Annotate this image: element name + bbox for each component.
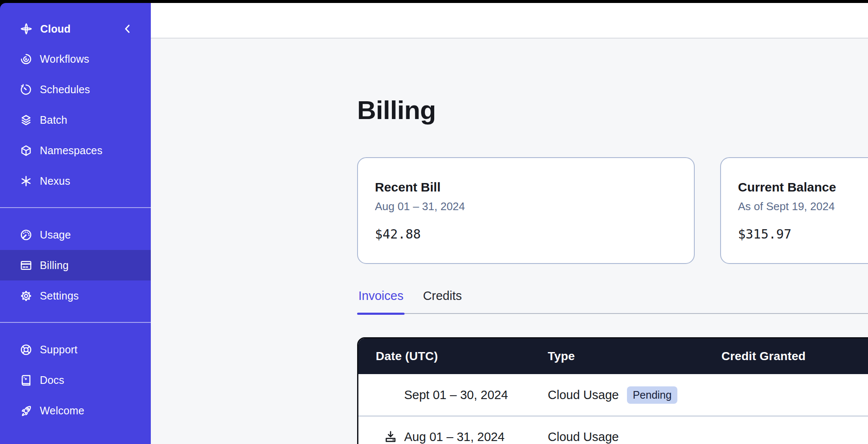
sidebar-item-label: Docs [40,374,64,386]
namespaces-cube-icon [19,144,33,157]
billing-tabs: Invoices Credits [357,289,868,314]
main-area: Billing Recent Bill Aug 01 – 31, 2024 $4… [151,3,868,444]
invoice-period: Sept 01 – 30, 2024 [404,388,508,402]
welcome-rocket-icon [19,404,33,417]
card-amount: $42.88 [375,226,677,243]
sidebar-section: UsageBillingSettings [0,219,151,311]
sidebar-item-usage[interactable]: Usage [0,219,151,250]
sidebar-nav: WorkflowsSchedulesBatchNamespacesNexusUs… [0,42,151,426]
tab-credits[interactable]: Credits [422,289,463,313]
card-title: Current Balance [738,179,868,195]
sidebar-item-support[interactable]: Support [0,334,151,365]
sidebar-item-settings[interactable]: Settings [0,280,151,311]
status-badge: Pending [627,386,678,404]
invoices-table-body: Sept 01 – 30, 2024Cloud UsagePendingAug … [358,374,868,444]
billing-page: Billing Recent Bill Aug 01 – 31, 2024 $4… [151,39,868,444]
sidebar-item-label: Welcome [40,405,84,417]
sidebar: Cloud WorkflowsSchedulesBatchNamespacesN… [0,3,151,444]
invoices-table-header: Date (UTC) Type Credit Granted [358,339,868,374]
current-balance-card: Current Balance As of Sept 19, 2024 $315… [720,157,868,264]
sidebar-item-label: Nexus [40,175,70,187]
app-window: Cloud WorkflowsSchedulesBatchNamespacesN… [0,3,868,444]
sidebar-item-label: Schedules [40,83,90,96]
tab-invoices[interactable]: Invoices [357,289,405,313]
sidebar-section: WorkflowsSchedulesBatchNamespacesNexus [0,44,151,196]
card-title: Recent Bill [375,179,677,195]
sidebar-item-batch[interactable]: Batch [0,105,151,135]
sidebar-item-docs[interactable]: Docs [0,365,151,395]
page-title: Billing [357,94,868,126]
docs-book-icon [19,374,33,387]
sidebar-header: Cloud [0,16,151,42]
download-invoice-icon[interactable] [383,430,404,444]
sidebar-item-nexus[interactable]: Nexus [0,166,151,196]
sidebar-item-label: Namespaces [40,144,103,157]
recent-bill-card: Recent Bill Aug 01 – 31, 2024 $42.88 [357,157,695,264]
invoice-date-cell: Aug 01 – 31, 2024 [358,430,548,444]
invoice-row[interactable]: Aug 01 – 31, 2024Cloud Usage [358,416,868,444]
sidebar-item-label: Workflows [40,53,89,65]
invoice-row[interactable]: Sept 01 – 30, 2024Cloud UsagePending [358,374,868,416]
invoice-date-cell: Sept 01 – 30, 2024 [358,388,548,402]
sidebar-section-divider [0,322,151,323]
sidebar-item-schedules[interactable]: Schedules [0,74,151,105]
column-header-date: Date (UTC) [358,350,548,363]
sidebar-item-label: Settings [40,290,79,302]
invoice-period: Aug 01 – 31, 2024 [404,430,505,444]
invoice-type-cell: Cloud Usage [548,430,721,444]
column-header-type: Type [548,350,721,363]
sidebar-item-namespaces[interactable]: Namespaces [0,135,151,166]
settings-gear-icon [19,289,33,302]
sidebar-section: SupportDocsWelcome [0,334,151,426]
card-period: As of Sept 19, 2024 [738,199,868,214]
support-lifebuoy-icon [19,343,33,356]
invoice-type-cell: Cloud UsagePending [548,386,721,404]
nexus-asterisk-icon [19,175,33,188]
sidebar-collapse-button[interactable] [121,22,134,35]
sidebar-item-label: Support [40,344,78,356]
top-navbar [151,3,868,39]
sidebar-item-billing[interactable]: Billing [0,250,151,280]
invoices-table: Date (UTC) Type Credit Granted Sept 01 –… [357,337,868,444]
sidebar-item-welcome[interactable]: Welcome [0,395,151,426]
sidebar-item-label: Usage [40,229,71,241]
invoice-type: Cloud Usage [548,430,619,444]
sidebar-section-divider [0,207,151,208]
schedules-clock-icon [19,83,33,96]
card-amount: $315.97 [738,226,868,243]
invoice-type: Cloud Usage [548,388,619,402]
sidebar-item-workflows[interactable]: Workflows [0,44,151,74]
column-header-credit-granted: Credit Granted [721,350,868,363]
summary-cards: Recent Bill Aug 01 – 31, 2024 $42.88 Cur… [357,157,868,264]
card-period: Aug 01 – 31, 2024 [375,199,677,214]
sidebar-product-name: Cloud [40,23,71,35]
temporal-cloud-logo-icon [19,22,33,36]
sidebar-item-label: Billing [40,259,69,272]
billing-card-icon [19,259,33,272]
batch-layers-icon [19,114,33,127]
sidebar-item-label: Batch [40,114,67,126]
usage-gauge-icon [19,228,33,241]
workflows-spiral-icon [19,53,33,66]
